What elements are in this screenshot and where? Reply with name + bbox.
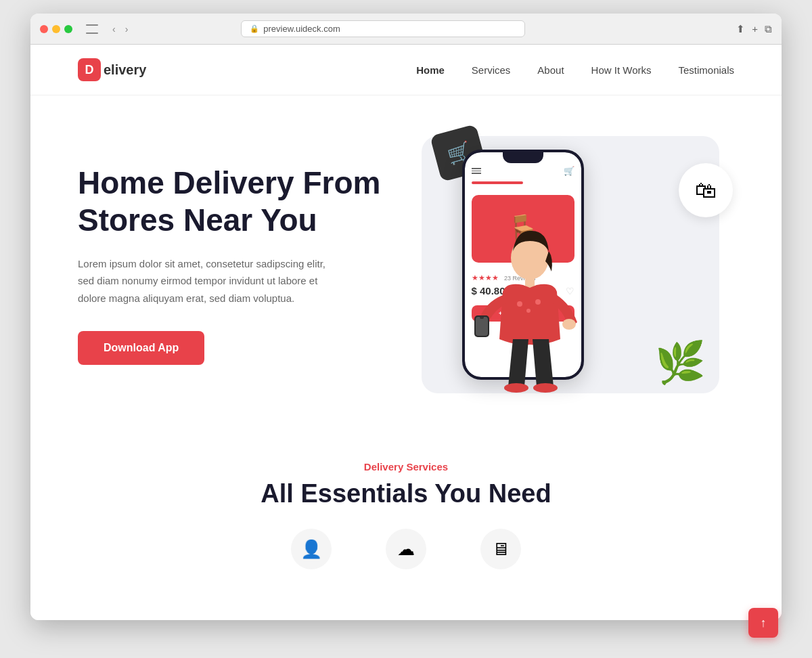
shopping-bag-float: 🛍 <box>679 163 733 217</box>
traffic-light-red[interactable] <box>40 25 48 33</box>
navbar: D elivery Home Services About How It Wor… <box>30 45 782 95</box>
url-text: preview.uideck.com <box>263 24 340 34</box>
service-item-2: ☁ <box>386 529 426 569</box>
hero-title: Home Delivery From Stores Near You Store… <box>78 164 406 239</box>
phone-product-info: ★★★★ 23 Reviews $ 40.80 ♡ <box>465 267 581 303</box>
browser-window: ‹ › 🔒 preview.uideck.com ⬆ + ⧉ D elivery <box>30 14 782 620</box>
nav-link-home[interactable]: Home <box>416 64 445 76</box>
traffic-light-yellow[interactable] <box>52 25 60 33</box>
address-bar[interactable]: 🔒 preview.uideck.com <box>241 20 525 37</box>
hero-left: Home Delivery From Stores Near You Store… <box>78 164 406 366</box>
hero-section: Home Delivery From Stores Near You Store… <box>30 95 782 420</box>
page-content: D elivery Home Services About How It Wor… <box>30 45 782 620</box>
nav-link-testimonials[interactable]: Testimonials <box>678 64 734 76</box>
phone-product-image: 🪑 <box>472 195 574 263</box>
review-count: 23 Reviews <box>504 275 536 282</box>
lock-icon: 🔒 <box>250 24 259 33</box>
plus-icon: + <box>499 310 502 317</box>
star-rating: ★★★★ <box>472 273 499 282</box>
cart-icon: 🛒 <box>564 166 574 176</box>
service-item-1: 👤 <box>291 529 332 569</box>
browser-navigation: ‹ › <box>109 22 131 36</box>
hero-description: Lorem ipsum dolor sit amet, consetetur s… <box>78 255 342 307</box>
share-button[interactable]: ⬆ <box>736 23 745 35</box>
services-section: Delivery Services All Essentials You Nee… <box>30 420 782 583</box>
svg-point-10 <box>533 383 558 393</box>
add-to-cart-button[interactable]: + ADD TO CART <box>472 305 574 322</box>
traffic-light-green[interactable] <box>64 25 72 33</box>
services-icons-row: 👤 ☁ 🖥 <box>78 529 734 569</box>
phone-mockup: 🛒 🪑 ★★★★ 23 Reviews <box>462 150 584 380</box>
svg-point-9 <box>504 383 528 393</box>
logo-icon: D <box>78 58 101 81</box>
phone-status-bar: 🛒 <box>465 163 581 179</box>
back-button[interactable]: ‹ <box>109 22 119 36</box>
service-icon-3: 🖥 <box>480 529 521 569</box>
phone-screen: 🛒 🪑 ★★★★ 23 Reviews <box>465 152 581 377</box>
hero-illustration: 🛒 🛒 <box>422 136 719 393</box>
product-price: $ 40.80 <box>472 285 505 297</box>
phone-notch <box>503 152 543 163</box>
logo-text: elivery <box>104 62 146 78</box>
hero-right: 🛒 🛒 <box>406 136 734 393</box>
forward-button[interactable]: › <box>122 22 132 36</box>
nav-link-services[interactable]: Services <box>472 64 511 76</box>
hamburger-icon <box>472 168 481 174</box>
section-title: All Essentials You Need <box>78 479 734 508</box>
download-app-button[interactable]: Download App <box>78 331 204 365</box>
scroll-to-top-button[interactable]: ↑ <box>748 608 778 638</box>
nav-link-how-it-works[interactable]: How It Works <box>591 64 652 76</box>
nav-links: Home Services About How It Works Testimo… <box>416 64 734 76</box>
browser-actions: ⬆ + ⧉ <box>736 23 772 35</box>
section-tag: Delivery Services <box>78 461 734 473</box>
logo: D elivery <box>78 58 146 81</box>
new-tab-button[interactable]: + <box>752 23 758 35</box>
service-item-3: 🖥 <box>480 529 521 569</box>
hero-title-bold: Home Delivery <box>78 165 294 200</box>
plant-decoration: 🌿 <box>655 338 706 387</box>
browser-toolbar: ‹ › 🔒 preview.uideck.com ⬆ + ⧉ <box>30 14 782 45</box>
nav-link-about[interactable]: About <box>537 64 564 76</box>
chair-icon: 🪑 <box>506 213 540 245</box>
split-view-button[interactable]: ⧉ <box>765 23 772 35</box>
service-icon-2: ☁ <box>386 529 426 569</box>
service-icon-1: 👤 <box>291 529 332 569</box>
heart-icon: ♡ <box>566 286 574 297</box>
traffic-lights <box>40 25 72 33</box>
sidebar-toggle-icon[interactable] <box>86 24 98 34</box>
